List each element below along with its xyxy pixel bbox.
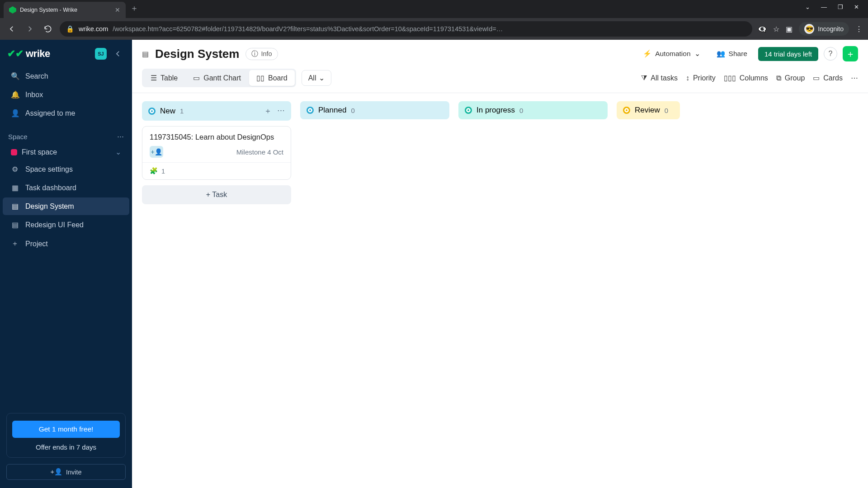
collapse-sidebar-button[interactable]: [111, 50, 125, 58]
sidebar-item-add-project[interactable]: ＋ Project: [3, 235, 129, 253]
tab-board[interactable]: ▯▯ Board: [249, 70, 295, 86]
help-button[interactable]: ?: [824, 47, 837, 61]
subtask-count: 1: [161, 168, 165, 175]
panel-icon[interactable]: ▣: [786, 25, 793, 33]
column-header-review[interactable]: Review 0: [617, 101, 680, 119]
view-segment: ☰ Table ▭ Gantt Chart ▯▯ Board: [142, 69, 296, 87]
cards-button[interactable]: ▭ Cards: [813, 74, 843, 82]
tab-label: Table: [160, 74, 178, 82]
add-task-button[interactable]: + Task: [142, 185, 291, 204]
all-dropdown[interactable]: All ⌄: [302, 70, 332, 86]
sidebar-item-redesign[interactable]: ▤ Redesign UI Feed: [3, 216, 129, 234]
incognito-icon: 😎: [804, 24, 814, 34]
back-button[interactable]: [5, 23, 18, 35]
new-tab-button[interactable]: ＋: [126, 3, 143, 14]
sidebar-item-settings[interactable]: ⚙ Space settings: [3, 160, 129, 178]
tab-label: Gantt Chart: [203, 74, 241, 82]
url-domain: wrike.com: [79, 25, 108, 33]
group-icon: ⧉: [776, 74, 781, 82]
minimize-icon[interactable]: ―: [821, 4, 827, 10]
sidebar-item-dashboard[interactable]: ▦ Task dashboard: [3, 179, 129, 197]
reload-button[interactable]: [42, 23, 54, 35]
columns-button[interactable]: ▯▯▯ Columns: [724, 74, 768, 82]
space-selector[interactable]: First space ⌄: [3, 144, 129, 160]
table-icon: ☰: [151, 74, 157, 82]
status-dot-icon: [465, 107, 472, 114]
task-card[interactable]: 1197315045: Learn about DesignOps +👤 Mil…: [142, 126, 291, 180]
group-button[interactable]: ⧉ Group: [776, 74, 805, 82]
project-icon: ▤: [11, 202, 19, 211]
column-label: Review: [635, 106, 660, 115]
column-count: 0: [351, 107, 354, 114]
close-icon[interactable]: ✕: [115, 6, 120, 14]
gear-icon: ⚙: [11, 165, 19, 174]
column-in-progress: In progress 0: [458, 101, 608, 119]
tab-table[interactable]: ☰ Table: [143, 70, 185, 86]
sidebar-label: Project: [25, 240, 48, 248]
column-header-planned[interactable]: Planned 0: [300, 101, 449, 119]
vb-label: Cards: [823, 74, 843, 82]
workspace-badge[interactable]: SJ: [95, 48, 107, 60]
column-label: New: [160, 107, 175, 116]
address-bar: 🔒 wrike.com /workspace.htm?acc=6250782#f…: [0, 18, 868, 40]
vb-label: Columns: [740, 74, 768, 82]
user-icon: 👤: [11, 109, 19, 117]
filter-all-tasks[interactable]: ⧩ All tasks: [641, 74, 678, 82]
sort-icon: ↕: [686, 74, 689, 82]
sidebar-item-assigned[interactable]: 👤 Assigned to me: [3, 104, 129, 122]
plus-icon: ＋: [11, 239, 19, 249]
tabs-dropdown-icon[interactable]: ⌄: [805, 4, 810, 10]
share-button[interactable]: 👥 Share: [711, 47, 753, 61]
space-name: First space: [22, 148, 57, 156]
automation-button[interactable]: ⚡ Automation ⌄: [637, 47, 705, 61]
promo-box: Get 1 month free! Offer ends in 7 days: [6, 413, 126, 458]
space-color-icon: [11, 149, 17, 155]
sidebar-label: Task dashboard: [25, 184, 76, 192]
column-header-in-progress[interactable]: In progress 0: [458, 101, 608, 119]
main: ▤ Design System ⓘ Info ⚡ Automation ⌄ 👥 …: [132, 40, 868, 488]
column-review: Review 0: [617, 101, 680, 119]
add-card-button[interactable]: ＋: [264, 106, 272, 116]
browser-tab[interactable]: Design System - Wrike ✕: [4, 2, 126, 18]
gantt-icon: ▭: [193, 74, 200, 82]
space-header: Space ⋯: [0, 122, 132, 144]
promo-button[interactable]: Get 1 month free!: [12, 421, 120, 438]
automation-label: Automation: [655, 50, 690, 58]
tab-gantt[interactable]: ▭ Gantt Chart: [186, 70, 248, 86]
sidebar-item-search[interactable]: 🔍 Search: [3, 67, 129, 85]
invite-button[interactable]: +👤 Invite: [6, 464, 126, 480]
incognito-badge[interactable]: 😎 Incognito: [799, 22, 849, 36]
maximize-icon[interactable]: ❐: [838, 4, 843, 10]
status-dot-icon: [623, 107, 630, 114]
promo-subtext: Offer ends in 7 days: [12, 443, 120, 451]
logo[interactable]: ✔✔ wrike: [7, 48, 50, 60]
info-label: Info: [261, 50, 272, 57]
column-more-button[interactable]: ⋯: [277, 106, 285, 116]
invite-icon: +👤: [50, 468, 62, 476]
forward-button[interactable]: [24, 23, 36, 35]
close-window-icon[interactable]: ✕: [854, 4, 859, 10]
all-label: All: [308, 74, 316, 82]
logo-mark-icon: ✔✔: [7, 48, 23, 60]
chevron-down-icon: ⌄: [319, 74, 325, 82]
card-title: 1197315045: Learn about DesignOps: [150, 133, 283, 141]
eye-off-icon[interactable]: 👁️‍🗨️: [758, 25, 767, 33]
trial-badge[interactable]: 14 trial days left: [758, 47, 818, 61]
sort-priority[interactable]: ↕ Priority: [686, 74, 716, 82]
kebab-icon[interactable]: ⋮: [855, 25, 863, 33]
more-button[interactable]: ⋯: [851, 74, 858, 82]
more-icon[interactable]: ⋯: [117, 132, 124, 141]
global-add-button[interactable]: ＋: [843, 46, 858, 61]
invite-label: Invite: [66, 469, 82, 476]
brand-name: wrike: [26, 48, 50, 60]
sidebar-item-inbox[interactable]: 🔔 Inbox: [3, 86, 129, 103]
board-area: New 1 ＋ ⋯ 1197315045: Learn about Design…: [132, 93, 868, 488]
vb-label: Priority: [693, 74, 716, 82]
info-button[interactable]: ⓘ Info: [245, 48, 278, 60]
column-header-new[interactable]: New 1 ＋ ⋯: [142, 101, 291, 121]
bookmark-icon[interactable]: ☆: [773, 25, 779, 33]
url-field[interactable]: 🔒 wrike.com /workspace.htm?acc=6250782#f…: [60, 21, 752, 37]
share-label: Share: [729, 50, 747, 58]
sidebar-item-design-system[interactable]: ▤ Design System: [3, 197, 129, 215]
add-assignee-button[interactable]: +👤: [150, 146, 163, 158]
